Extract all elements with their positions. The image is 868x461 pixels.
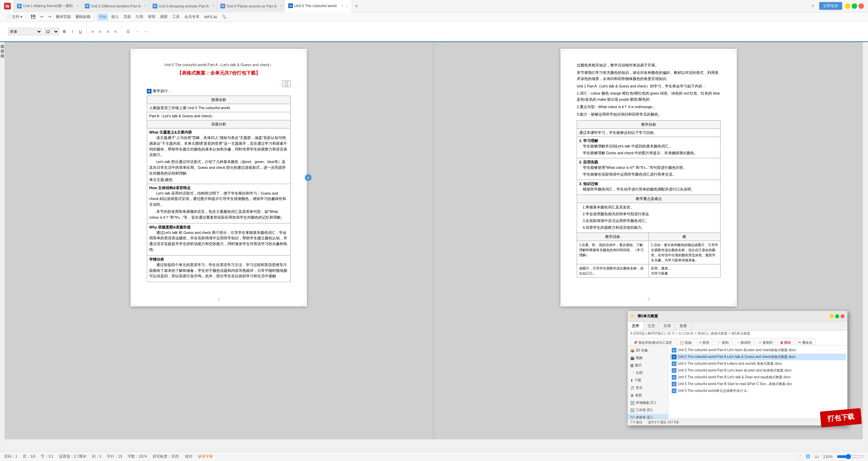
maximize-button[interactable] [852,3,857,9]
tab-pin-5[interactable]: □ [346,4,348,8]
ribbon-tab-start[interactable]: 开始 [97,13,108,21]
view-print-icon[interactable]: 📄 [797,454,802,459]
italic-btn[interactable]: I [70,28,75,35]
sidebar-icon-2[interactable] [1,49,4,53]
file-item-1[interactable]: W Unit 5 The colourful world Part A Let'… [670,347,846,354]
fe-sidebar-docs[interactable]: 📄 文档 [628,369,668,377]
file-item-4[interactable]: W Unit 5 The colourful world Part B Let'… [670,367,846,374]
align-center[interactable]: ≡ [97,28,103,35]
tab-close-4[interactable]: × [280,4,282,8]
tab-unit5[interactable]: W Unit 5 The colourful world · × □ [285,0,352,12]
fe-sidebar-e[interactable]: 💽 老硬盘 (E:) [628,414,668,419]
bullet-list[interactable]: ☰ [124,28,132,35]
minimize-button[interactable] [845,3,850,9]
ribbon-tab-vip[interactable]: 会员专享 [182,13,201,21]
fe-toolbar: 4-2024选人教PEP版3上 (8.7) > 11.11补充 > 英语3上-表… [628,330,847,345]
fe-tab-home[interactable]: 主页 [644,322,659,330]
fe-tab-share[interactable]: 共享 [659,322,675,330]
fe-tab-file[interactable]: 文件 [628,322,644,330]
search-toolbar[interactable]: 🔍 [220,13,229,21]
status-proofread[interactable]: 校对 [185,454,193,459]
translate-page[interactable]: 翻译页面 [54,13,73,21]
situation-content: 通过前面四个单元的英语学习，学生在英语学习方法、学习过程和英语思维等方面都有了基… [149,262,288,279]
align-left[interactable]: ≡ [90,28,96,35]
file-item-6[interactable]: W Unit 5 The colourful world Part B Star… [670,381,846,387]
underline-btn[interactable]: U [77,28,84,35]
status-bar: 页码：1 页：1/6 节：1/1 设置值：2.7厘米 列：2 字行：19 字数：… [0,452,868,461]
ribbon-tab-page[interactable]: 页面 [121,13,133,21]
save-quick[interactable]: 💾 [29,13,38,21]
help-btn[interactable]: ? [809,3,816,9]
file-menu[interactable]: 📄 文件 ▾ [4,13,24,21]
fe-sidebar-pictures[interactable]: 🖼 图片 [628,362,668,369]
wps-logo[interactable]: W [1,0,14,12]
fe-sidebar-3d[interactable]: 📦 3D 对象 [628,347,668,354]
fe-pin-btn[interactable]: 📌 固定到快速访问工具栏 [630,338,675,345]
redo[interactable]: ↪ [46,13,53,21]
ribbon-tab-insert[interactable]: 插入 [109,13,121,21]
fe-sidebar-d[interactable]: 💽 工作室 (D:) [628,406,668,414]
close-button[interactable] [859,3,864,9]
goals-col: 1.在看、听、说的活动中，逐步感知、了解、理解和掌握有关颜色的询问和回答。（学习… [577,241,649,264]
add-tab-button[interactable]: + [352,1,361,11]
goal1-item1: 学生能够理解并识别Let's talk 中提到的基本颜色词汇。 [583,143,718,149]
fe-maximize[interactable] [835,314,839,318]
indent[interactable]: → [133,28,141,35]
tab-close-2[interactable]: × [144,4,146,8]
zoom-slider[interactable] [837,454,864,459]
font-family[interactable]: 宋体 [8,28,42,35]
sidebar-icon-3[interactable] [1,54,4,58]
fe-cut-btn[interactable]: ✂ 剪切 [696,338,713,345]
fe-close[interactable] [841,314,845,318]
copy-icon[interactable]: 📋 [282,80,291,87]
outdent[interactable]: ← [142,28,150,35]
tab-unit4[interactable]: W Unit 4 Plants around us Part A· × [217,0,285,12]
status-font-warning[interactable]: 缺失字体 [198,454,213,459]
fe-minimize[interactable] [830,314,834,318]
font-size[interactable]: 12 [44,28,59,35]
fe-sidebar-desktop[interactable]: 🖥 桌面 [628,392,668,399]
fe-sidebar-c[interactable]: 💽 本地磁盘 (C:) [628,399,668,406]
ribbon-tab-tools[interactable]: 工具 [170,13,182,21]
fe-rename-btn[interactable]: ✏ 重命名 [795,338,815,345]
tab-close-1[interactable]: × [77,4,79,8]
status-spellcheck[interactable]: 拼写检查：关闭· [153,454,180,459]
how-content2: 本节内容使用简单易懂的语言，包含大量颜色词汇及其简单句型，如"What colo… [149,209,288,220]
ribbon-tab-wpsai[interactable]: WPS AI [202,13,219,21]
bold-btn[interactable]: B [61,28,68,35]
ribbon-tab-ref[interactable]: 引用 [134,13,145,21]
sidebar-icon-1[interactable] [1,45,4,48]
fe-delete-btn[interactable]: 🗑 删除 [777,338,794,345]
view-web-icon[interactable]: 🌐 [806,454,810,459]
ribbon-tab-review[interactable]: 审阅 [146,13,157,21]
tab-unit2[interactable]: W Unit 2 Different families Part A· × [81,0,149,12]
fe-paste-btn[interactable]: 📋 粘贴 [677,338,695,345]
file-item-5[interactable]: W Unit 5 The colourful world Part B Let'… [670,374,846,381]
tab-unit1[interactable]: W Unit 1 Making friends第一课时· × [14,0,81,12]
fe-sidebar-downloads[interactable]: ⬇ 下载 [628,377,668,384]
fe-copy-btn[interactable]: 📄 复制 [714,338,732,345]
file-item-7[interactable]: W Unit 5 The colourful world单元总体教学设计.d..… [670,387,846,394]
fe-sidebar-music[interactable]: 🎵 音乐 [628,384,668,392]
undo[interactable]: ↩ [38,13,45,21]
file-item-3[interactable]: W Unit 5 The colourful world Part A Lett… [670,360,846,367]
align-right[interactable]: ≡ [105,28,111,35]
add-content-button[interactable]: + [305,174,312,181]
tab-close-3[interactable]: × [213,4,215,8]
view-read-icon[interactable]: 📖 [814,454,819,459]
tab-close-5[interactable]: × [341,4,343,8]
tab-unit3[interactable]: W Unit 3 Amazing animals Part A· × [149,0,217,12]
align-justify[interactable]: ≡ [112,28,118,35]
delete-copy[interactable]: 删除副视 [74,13,93,21]
fe-copyto-btn[interactable]: ⇒ 复制到 [755,338,776,345]
right-panel [863,42,868,439]
login-button[interactable]: 立即登录 [819,2,842,10]
file-item-2[interactable]: W Unit 5 The colourful world Part A Let'… [670,354,846,360]
why-content: 通过Let's talk 和 Guess and check 两个部分，引导学生… [149,230,288,253]
ribbon-tab-view[interactable]: 视图 [158,13,170,21]
fe-move-btn[interactable]: → 移动到 [733,338,754,345]
activity-header: 教 [649,233,721,241]
fe-sidebar-video[interactable]: 🎬 视频 [628,354,668,362]
page1: Unit 5 The colourful world Part A（Let's … [131,49,307,306]
fe-tab-view[interactable]: 查看 [675,322,691,330]
